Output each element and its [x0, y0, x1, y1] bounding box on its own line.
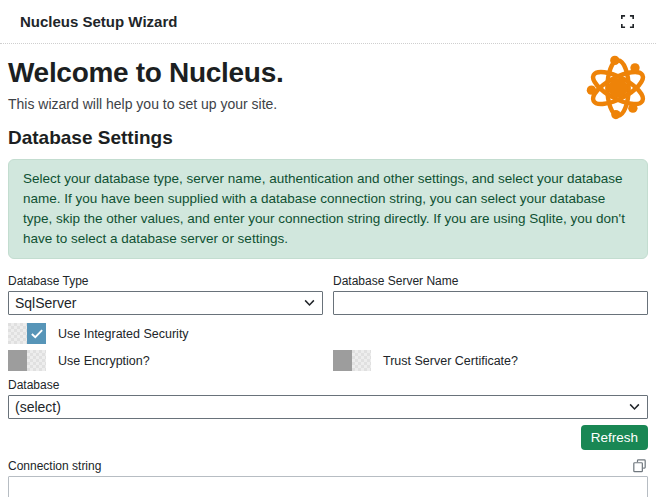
copy-button[interactable]: [631, 459, 648, 473]
fullscreen-expand-icon: [621, 16, 634, 31]
wizard-header: Nucleus Setup Wizard: [0, 0, 656, 44]
toggle-on-half: [352, 350, 371, 371]
toggle-off-half: [8, 323, 27, 344]
connection-string-textarea[interactable]: [8, 476, 648, 497]
database-label: Database: [8, 378, 648, 392]
trust-server-certificate-label: Trust Server Certificate?: [383, 354, 518, 368]
database-type-select[interactable]: SqlServer: [8, 291, 323, 315]
toggle-off-half: [333, 350, 352, 371]
use-integrated-security-label: Use Integrated Security: [58, 327, 189, 341]
use-encryption-label: Use Encryption?: [58, 354, 150, 368]
welcome-heading: Welcome to Nucleus.: [8, 57, 648, 89]
toggle-on-half: [27, 323, 46, 344]
fullscreen-button[interactable]: [619, 13, 636, 30]
trust-server-certificate-row: Trust Server Certificate?: [333, 350, 648, 372]
database-type-field: Database Type SqlServer: [8, 274, 323, 315]
page-title: Nucleus Setup Wizard: [20, 13, 177, 30]
database-type-label: Database Type: [8, 274, 323, 288]
refresh-button[interactable]: Refresh: [581, 425, 648, 450]
welcome-subtitle: This wizard will help you to set up your…: [8, 96, 648, 112]
trust-server-certificate-toggle[interactable]: [333, 350, 371, 371]
connection-string-header: Connection string: [8, 459, 648, 473]
use-encryption-row: Use Encryption?: [8, 350, 323, 372]
database-server-name-field: Database Server Name: [333, 274, 648, 315]
use-integrated-security-row: Use Integrated Security: [8, 323, 648, 345]
use-integrated-security-toggle[interactable]: [8, 323, 46, 344]
database-server-name-input[interactable]: [333, 291, 648, 315]
atom-logo-icon: [584, 54, 652, 122]
toggle-off-half: [8, 350, 27, 371]
database-select[interactable]: (select): [8, 395, 648, 419]
database-settings-title: Database Settings: [8, 127, 648, 149]
database-settings-form: Database Type SqlServer Database Server …: [8, 274, 648, 497]
use-encryption-toggle[interactable]: [8, 350, 46, 371]
checkmark-icon: [31, 329, 43, 339]
database-field: Database (select): [8, 378, 648, 419]
toggle-on-half: [27, 350, 46, 371]
info-alert: Select your database type, server name, …: [8, 159, 648, 259]
copy-icon: [633, 461, 646, 476]
connection-string-label: Connection string: [8, 459, 101, 473]
database-server-name-label: Database Server Name: [333, 274, 648, 288]
